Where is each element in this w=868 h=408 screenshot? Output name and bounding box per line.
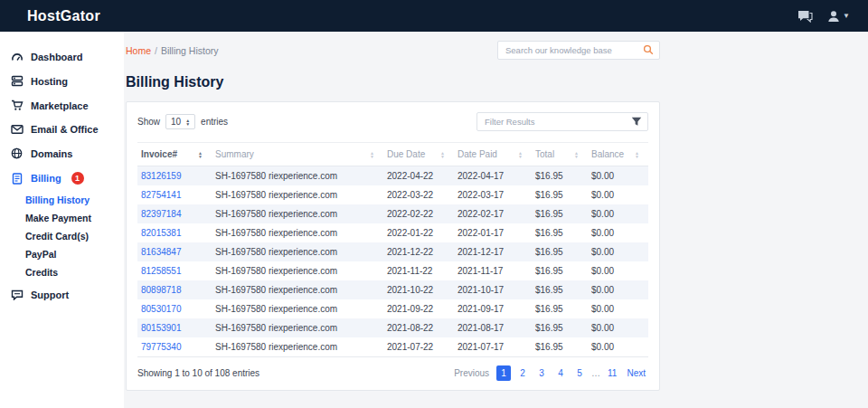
invoice-link[interactable]: 81258551 [141,266,182,276]
invoice-link[interactable]: 82015381 [141,228,182,238]
notification-badge: 1 [71,172,84,185]
table-cell: $0.00 [588,261,648,280]
filter-input[interactable] [483,116,631,128]
main-content: Home/Billing History Billing History Sho… [124,32,868,408]
stepper-icon: ▲▼ [185,119,190,126]
sidebar-item-billing[interactable]: Billing 1 [0,166,124,191]
pagination-page-button[interactable]: 1 [496,365,511,381]
brand-logo[interactable]: HostGator [27,8,100,24]
pagination-prev-button[interactable]: Previous [451,365,492,381]
column-header[interactable]: Total▲▼ [532,143,588,166]
pagination-next-button[interactable]: Next [624,365,648,381]
sidebar-subitem-paypal[interactable]: PayPal [25,245,124,263]
column-header[interactable]: Summary▲▼ [212,143,383,166]
show-entries-control: Show 10 ▲▼ entries [137,114,228,129]
sidebar-item-support[interactable]: Support [0,283,124,307]
table-row: 82015381SH-1697580 riexperience.com2022-… [137,223,648,242]
sidebar-item-domains[interactable]: Domains [0,141,124,166]
search-input[interactable] [504,44,643,56]
sidebar-item-label: Hosting [31,76,68,87]
invoice-cell: 80530170 [137,299,212,318]
column-header[interactable]: Invoice#▲▼ [137,143,212,166]
chat-icon[interactable] [797,10,813,23]
show-label: Show [137,117,160,127]
invoice-link[interactable]: 80898718 [141,285,182,295]
table-cell: $0.00 [588,280,648,299]
pagination-page-button[interactable]: 11 [605,365,619,381]
table-row: 81634847SH-1697580 riexperience.com2021-… [137,242,648,261]
invoice-link[interactable]: 80153901 [141,323,182,333]
table-cell: 2021-10-22 [383,280,454,299]
search-icon[interactable] [643,43,654,59]
invoice-link[interactable]: 83126159 [141,171,182,181]
invoice-link[interactable]: 82397184 [141,209,182,219]
breadcrumb-home-link[interactable]: Home [126,45,151,56]
table-row: 80898718SH-1697580 riexperience.com2021-… [137,280,648,299]
sidebar-item-email-office[interactable]: Email & Office [0,118,124,141]
sidebar-subitem-credit-cards[interactable]: Credit Card(s) [25,227,124,245]
globe-icon [10,147,24,159]
sidebar-item-marketplace[interactable]: Marketplace [0,93,124,118]
table-cell: $0.00 [588,318,648,337]
entries-per-page-value: 10 [171,117,181,127]
billing-history-table: Invoice#▲▼Summary▲▼Due Date▲▼Date Paid▲▼… [137,142,648,357]
column-header[interactable]: Date Paid▲▼ [454,143,532,166]
table-row: 80530170SH-1697580 riexperience.com2021-… [137,299,648,318]
table-row: 81258551SH-1697580 riexperience.com2021-… [137,261,648,280]
table-cell: 2021-07-17 [454,337,532,357]
table-cell: $0.00 [588,185,648,204]
column-header-label: Summary [215,149,254,159]
showing-entries-text: Showing 1 to 10 of 108 entries [137,368,259,378]
knowledge-base-search [497,41,660,60]
table-cell: $16.95 [532,185,588,204]
invoice-link[interactable]: 82754141 [141,190,182,200]
table-cell: $16.95 [532,280,588,299]
table-cell: $0.00 [588,166,648,186]
table-cell: $16.95 [532,261,588,280]
sidebar-item-hosting[interactable]: Hosting [0,69,124,93]
invoice-cell: 80898718 [137,280,212,299]
table-cell: $16.95 [532,204,588,223]
invoice-cell: 81634847 [137,242,212,261]
sort-icon: ▲▼ [574,151,579,158]
server-icon [10,75,24,87]
invoice-link[interactable]: 79775340 [141,342,182,352]
pagination-page-button[interactable]: 5 [572,365,587,381]
pagination-page-button[interactable]: 4 [553,365,568,381]
pagination-page-button[interactable]: 3 [534,365,549,381]
table-cell: 2021-11-22 [383,261,454,280]
invoice-link[interactable]: 80530170 [141,304,182,314]
envelope-icon [10,124,24,135]
table-cell: 2021-08-17 [454,318,532,337]
table-row: 82397184SH-1697580 riexperience.com2022-… [137,204,648,223]
invoice-cell: 79775340 [137,337,212,357]
table-cell: 2021-10-17 [454,280,532,299]
invoice-link[interactable]: 81634847 [141,247,182,257]
entries-per-page-select[interactable]: 10 ▲▼ [165,114,195,129]
dashboard-icon [10,51,24,62]
table-cell: 2021-11-17 [454,261,532,280]
table-cell: SH-1697580 riexperience.com [212,261,383,280]
column-header-label: Total [535,149,554,159]
table-header-row: Invoice#▲▼Summary▲▼Due Date▲▼Date Paid▲▼… [137,143,648,166]
sidebar-subitem-make-payment[interactable]: Make Payment [25,209,124,227]
sidebar: Dashboard Hosting Marketplace Email & Of… [0,32,124,408]
table-cell: SH-1697580 riexperience.com [212,204,383,223]
table-cell: $16.95 [532,337,588,357]
table-cell: 2021-12-17 [454,242,532,261]
table-cell: SH-1697580 riexperience.com [212,185,383,204]
table-cell: $16.95 [532,318,588,337]
table-cell: 2022-01-22 [383,223,454,242]
sidebar-subitem-credits[interactable]: Credits [25,263,124,281]
table-cell: $0.00 [588,204,648,223]
table-cell: 2021-08-22 [383,318,454,337]
column-header[interactable]: Due Date▲▼ [383,143,454,166]
sidebar-item-dashboard[interactable]: Dashboard [0,44,124,69]
column-header[interactable]: Balance▲▼ [588,143,648,166]
filter-icon[interactable] [631,114,642,130]
pagination-page-button[interactable]: 2 [515,365,530,381]
sidebar-subitem-billing-history[interactable]: Billing History [25,191,124,209]
invoice-cell: 82397184 [137,204,212,223]
table-cell: SH-1697580 riexperience.com [212,166,383,186]
user-menu[interactable]: ▼ [827,10,850,23]
